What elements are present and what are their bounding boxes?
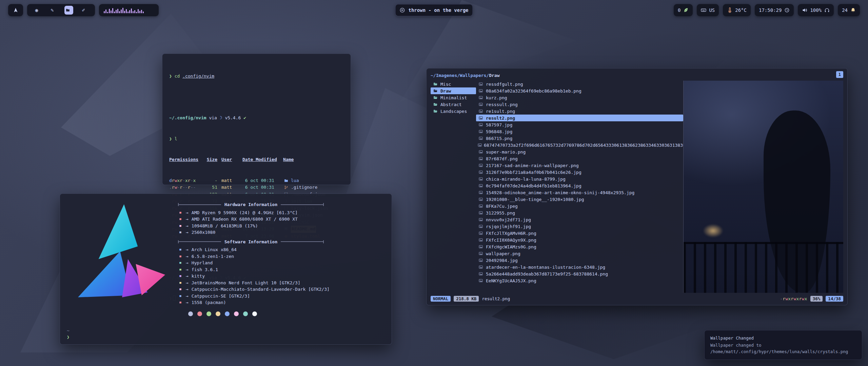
icons-icon: ■ — [178, 293, 183, 300]
file-item[interactable]: wallpaper.png — [476, 250, 683, 257]
file-item[interactable]: 217167-sad-anime-rain-wallpaper.png — [476, 162, 683, 169]
keyboard-layout: US — [709, 7, 715, 13]
file-item[interactable]: 154928-odinokoe_anime-art-anime-okno-sin… — [476, 189, 683, 196]
circle-icon: ◉ — [34, 7, 40, 13]
status-perms: -rwxrwxrwx — [780, 296, 807, 301]
image-icon — [478, 184, 484, 188]
file-item[interactable]: 8FKa7Cu.jpeg — [476, 203, 683, 209]
file-item[interactable]: 87r687df.png — [476, 155, 683, 162]
clock-time: 17:50:29 — [759, 7, 782, 13]
file-item[interactable]: result2.png — [476, 115, 683, 121]
fetch-info-line: ■→10948MiB / 64183MiB (17%) — [178, 223, 386, 229]
image-icon — [478, 129, 484, 134]
file-item[interactable]: kurz.png — [476, 94, 683, 101]
notification-title: Wallpaper Changed — [710, 335, 856, 341]
media-player-module[interactable]: thrown - on the verge — [395, 4, 473, 16]
status-bar: NORMAL 218.8 KB result2.png -rwxrwxrwx 3… — [431, 294, 843, 303]
workspace-3[interactable] — [64, 6, 73, 15]
image-icon — [478, 136, 484, 140]
file-item[interactable]: EeNKYgIUcAAJ5JX.png — [476, 277, 683, 284]
folder-item[interactable]: Draw — [431, 87, 476, 94]
image-icon — [478, 150, 484, 154]
folder-icon — [283, 179, 289, 183]
volume-module[interactable]: 100% — [798, 4, 834, 16]
file-item[interactable]: resssult.png — [476, 101, 683, 108]
audio-visualizer — [99, 4, 159, 16]
fetch-info-line: ■→fish 3.6.1 — [178, 266, 386, 273]
leaf-icon — [683, 7, 689, 13]
pencil-icon: ✐ — [81, 7, 86, 13]
lua-icon: ☽ — [220, 115, 222, 120]
fetch-prompt: ~ ❯ — [67, 327, 70, 340]
file-item[interactable]: 3126f7e9bbf21a8a4af0b67b041c6e26.jpg — [476, 169, 683, 176]
file-item[interactable]: 08a634fa02a32364f69ebc86a98eb1eb.png — [476, 87, 683, 94]
os-icon: ■ — [178, 246, 183, 253]
ls-header: Permissions Size User Date Modified Name — [169, 156, 344, 163]
file-item[interactable]: atardecer-en-la-montanas-ilustracion-634… — [476, 264, 683, 270]
packages-icon: ■ — [178, 299, 183, 306]
folder-item[interactable]: Abstract — [431, 101, 476, 108]
file-item[interactable]: 587597.jpg — [476, 121, 683, 128]
fetch-info-line: ■→kitty — [178, 273, 386, 280]
image-icon — [478, 258, 484, 262]
image-icon — [478, 204, 484, 208]
launcher-button[interactable] — [8, 4, 23, 16]
image-icon — [478, 116, 484, 120]
file-item[interactable]: nnvuv0xj2df71.jpg — [476, 216, 683, 223]
fetch-info-line: ■→AMD ATI Radeon RX 6800/6800 XT / 6900 … — [178, 216, 386, 223]
palette-dot — [243, 311, 248, 316]
image-icon — [478, 177, 484, 181]
folderOpen-icon — [432, 102, 438, 106]
file-item[interactable]: 0c794faf07de24a4db4d4fb1eb813964.jpg — [476, 182, 683, 189]
fetch-info-line: ■→1558 (pacman) — [178, 299, 386, 306]
keyboard-layout-module[interactable]: US — [697, 4, 719, 16]
notification-popup[interactable]: Wallpaper Changed Wallpaper changed to /… — [704, 330, 862, 360]
file-item[interactable]: re1sult.png — [476, 108, 683, 115]
file-item[interactable]: 866715.png — [476, 135, 683, 142]
color-palette — [188, 311, 386, 316]
file-item[interactable]: ressdfgult.png — [476, 81, 683, 87]
notifications-module[interactable]: 24 — [838, 4, 860, 16]
nvim-terminal-window[interactable]: ❯ cd .config/nvim ~/.config/nvim via ☽ v… — [162, 54, 351, 185]
folder-item[interactable]: Minimalist — [431, 94, 476, 101]
workspace-4[interactable]: ✐ — [80, 6, 89, 15]
folderOpen-icon — [432, 89, 438, 93]
file-manager-window[interactable]: ~/Imagenes/Wallpapers/Draw 1 MiscDrawMin… — [426, 68, 848, 305]
file-item[interactable]: super-mario.png — [476, 148, 683, 155]
file-item[interactable]: FXfcII0X0AQyn9X.png — [476, 237, 683, 243]
ls-row: .rw-r--r--51matt 6 oct 00:31.gitignore — [169, 184, 344, 191]
workspace-2[interactable]: ✎ — [49, 6, 58, 15]
software-section-title: Software Information — [224, 239, 278, 245]
prompt-cwd: ~ — [67, 327, 70, 334]
folder-item[interactable]: Landscapes — [431, 108, 476, 115]
file-item[interactable]: chica-mirando-la-luna-8799.jpg — [476, 176, 683, 182]
file-item[interactable]: 20492984.jpg — [476, 257, 683, 264]
image-icon — [478, 272, 484, 276]
breadcrumb: ~/Imagenes/Wallpapers/Draw — [431, 71, 843, 79]
folder-item[interactable]: Misc — [431, 81, 476, 87]
file-item[interactable]: 5a266e448add93deab367d87173e9f25-6837886… — [476, 270, 683, 277]
file-item[interactable]: FXfcHgcWIAMzs0G.png — [476, 243, 683, 250]
file-item[interactable]: 3122955.png — [476, 209, 683, 216]
volume-level: 100% — [810, 7, 822, 13]
preview-railing — [684, 242, 843, 293]
hardware-section-header: Hardware Information — [178, 201, 324, 208]
workspace-1[interactable]: ◉ — [33, 6, 42, 15]
image-icon — [478, 231, 484, 235]
weather-module[interactable]: 26°C — [723, 4, 751, 16]
file-item[interactable]: 68747470733a2f2f696d616765732d7769786d70… — [476, 142, 683, 148]
wm-icon: ■ — [178, 260, 183, 266]
prompt-line: ~/.config/nvim via ☽ v5.4.6 ✔ — [169, 115, 344, 122]
palette-dot — [252, 311, 257, 316]
image-icon — [478, 224, 484, 228]
font-icon: ■ — [178, 280, 183, 286]
updates-module[interactable]: 0 — [674, 4, 693, 16]
file-item[interactable]: rsjqojlmjhf91.jpg — [476, 223, 683, 230]
file-item[interactable]: 596848.jpg — [476, 128, 683, 135]
clock-module[interactable]: 17:50:29 — [755, 4, 794, 16]
fetch-terminal-window[interactable]: Hardware Information ■→AMD Ryzen 9 5900X… — [60, 194, 392, 345]
file-item[interactable]: 19201080-__blue-tinge__-1920×1080.jpg — [476, 196, 683, 203]
file-item[interactable]: FXfcJlTXgAMvH6R.png — [476, 230, 683, 237]
image-icon — [478, 96, 484, 100]
palette-dot — [197, 311, 202, 316]
